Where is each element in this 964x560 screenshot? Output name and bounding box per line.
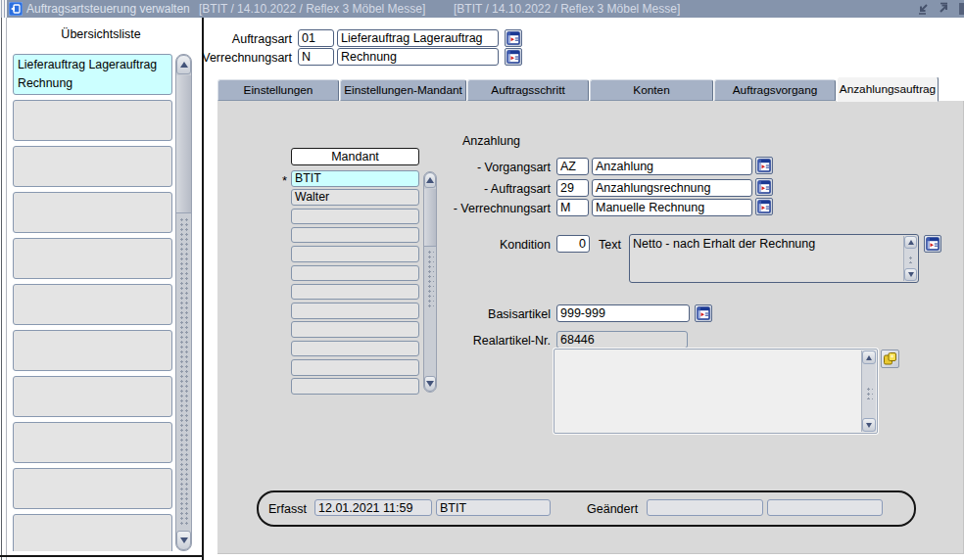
text-value: Netto - nach Erhalt der Rechnung <box>633 237 902 252</box>
basisartikel-lookup-button[interactable] <box>695 304 712 322</box>
mandant-row-5[interactable] <box>291 265 419 282</box>
geaendert-label: Geändert <box>587 502 638 516</box>
overview-item-8[interactable] <box>13 422 172 463</box>
geaendert-user-field <box>767 499 883 516</box>
overview-list-title: Übersichtsliste <box>10 27 192 41</box>
mandant-row-11[interactable] <box>291 378 419 395</box>
overview-item-10[interactable] <box>13 514 172 551</box>
vorgangsart-lookup-button[interactable] <box>755 157 773 174</box>
titlebar: Auftragsartsteuerung verwalten [BTIT / 1… <box>0 0 964 18</box>
scroll-up-button[interactable] <box>904 236 917 249</box>
mandant-row-4[interactable] <box>291 246 419 262</box>
mandant-row-0[interactable]: BTIT <box>291 170 419 187</box>
vorgangsart-label: - Vorgangsart <box>453 161 551 174</box>
scrollbar-thumb[interactable] <box>424 189 436 247</box>
mandant-row-10[interactable] <box>291 359 419 376</box>
mandant-row-2[interactable] <box>291 209 419 225</box>
auftragsart-label: Auftragsart <box>206 32 292 46</box>
session-info-right: [BTIT / 14.10.2022 / Reflex 3 Möbel Mess… <box>454 2 680 16</box>
overview-scrollbar[interactable] <box>175 54 192 551</box>
anzahlung-auftragsart-text-input[interactable]: Anzahlungsrechnung <box>592 179 752 197</box>
anzahlung-verrechnungsart-label: - Verrechnungsart <box>433 202 551 215</box>
scroll-up-button[interactable] <box>424 172 436 188</box>
auftragsart-lookup-button[interactable] <box>505 29 522 47</box>
overview-item-9[interactable] <box>13 468 172 509</box>
anzahlung-auftragsart-lookup-button[interactable] <box>755 178 773 196</box>
memo-textarea[interactable] <box>554 349 878 434</box>
auftragsart-text-input[interactable]: Lieferauftrag Lagerauftrag <box>337 29 499 47</box>
anzahlung-auftragsart-code-input[interactable]: 29 <box>556 179 589 197</box>
memo-scrollbar[interactable] <box>861 350 876 432</box>
tab-konten[interactable]: Konten <box>590 79 713 101</box>
text-textarea[interactable]: Netto - nach Erhalt der Rechnung <box>629 234 919 283</box>
restore-window-icon[interactable] <box>917 2 931 16</box>
basisartikel-label: Basisartikel <box>453 307 551 321</box>
mandant-row-8[interactable] <box>291 321 419 338</box>
selected-row-marker: * <box>282 173 287 188</box>
scrollbar-track[interactable] <box>907 255 914 263</box>
text-label: Text <box>599 238 621 252</box>
text-blocks-icon[interactable] <box>881 350 899 368</box>
overview-item-0[interactable]: Lieferauftrag Lagerauftrag Rechnung <box>13 54 172 95</box>
realartikel-input[interactable]: 68446 <box>556 331 688 349</box>
titlebar-grip <box>0 0 7 18</box>
text-scrollbar[interactable] <box>903 236 917 281</box>
session-info-left: [BTIT / 14.10.2022 / Reflex 3 Möbel Mess… <box>199 2 425 16</box>
geaendert-timestamp-field <box>647 499 763 516</box>
tab-einstellungen[interactable]: Einstellungen <box>217 79 339 101</box>
tab-auftragsvorgang[interactable]: Auftragsvorgang <box>714 79 836 101</box>
overview-item-1[interactable] <box>13 100 172 141</box>
mandant-column-header[interactable]: Mandant <box>291 148 419 165</box>
audit-group: Erfasst 12.01.2021 11:59 BTIT Geändert <box>257 490 916 527</box>
auftragsart-code-input[interactable]: 01 <box>298 29 334 47</box>
scrollbar-track[interactable] <box>865 386 873 399</box>
anzahlung-section-label: Anzahlung <box>462 134 520 148</box>
scroll-down-button[interactable] <box>862 418 876 432</box>
verrechnungsart-code-input[interactable]: N <box>298 48 334 66</box>
tab-einstellungen-mandant[interactable]: Einstellungen-Mandant <box>340 79 466 101</box>
overview-item-7[interactable] <box>13 376 172 417</box>
scrollbar-track[interactable] <box>426 249 434 309</box>
panel-divider <box>202 18 204 560</box>
tab-anzahlungsauftrag[interactable]: Anzahlungsauftrag <box>837 76 939 102</box>
verrechnungsart-label: Verrechnungsart <box>186 51 292 65</box>
window-control-partial-icon[interactable] <box>959 3 964 15</box>
kondition-input[interactable]: 0 <box>556 235 590 253</box>
overview-item-6[interactable] <box>13 330 172 371</box>
anzahlung-verrechnungsart-lookup-button[interactable] <box>755 198 773 215</box>
verrechnungsart-text-input[interactable]: Rechnung <box>337 48 499 66</box>
scroll-down-button[interactable] <box>904 268 917 281</box>
scroll-up-button[interactable] <box>862 350 876 364</box>
application-window: Auftragsartsteuerung verwalten [BTIT / 1… <box>0 0 964 560</box>
window-title: Auftragsartsteuerung verwalten <box>26 2 190 16</box>
overview-item-3[interactable] <box>13 192 172 233</box>
mandant-list: BTITWalter <box>291 170 419 397</box>
mandant-row-3[interactable] <box>291 227 419 244</box>
overview-item-4[interactable] <box>13 238 172 279</box>
verrechnungsart-lookup-button[interactable] <box>505 48 522 66</box>
scroll-down-button[interactable] <box>424 376 436 392</box>
vorgangsart-text-input[interactable]: Anzahlung <box>592 158 752 175</box>
anzahlung-verrechnungsart-text-input[interactable]: Manuelle Rechnung <box>592 199 752 216</box>
text-lookup-button[interactable] <box>924 235 941 253</box>
anzahlung-verrechnungsart-code-input[interactable]: M <box>556 199 589 216</box>
basisartikel-input[interactable]: 999-999 <box>556 304 690 322</box>
scrollbar-thumb[interactable] <box>176 75 191 213</box>
erfasst-user-field: BTIT <box>436 499 551 516</box>
mandant-row-9[interactable] <box>291 341 419 357</box>
kondition-label: Kondition <box>453 238 551 252</box>
vorgangsart-code-input[interactable]: AZ <box>556 158 589 175</box>
mandant-row-7[interactable] <box>291 303 419 319</box>
mandant-row-1[interactable]: Walter <box>291 189 419 206</box>
erfasst-timestamp-field: 12.01.2021 11:59 <box>314 499 432 516</box>
overview-item-2[interactable] <box>13 146 172 187</box>
maximize-window-icon[interactable] <box>937 2 950 16</box>
scroll-down-button[interactable] <box>176 531 191 550</box>
mandant-row-6[interactable] <box>291 284 419 301</box>
overview-item-5[interactable] <box>13 284 172 325</box>
window-frame-line-inner <box>6 18 7 560</box>
overview-list: Lieferauftrag Lagerauftrag Rechnung <box>13 54 175 551</box>
tab-auftragsschritt[interactable]: Auftragsschritt <box>467 79 589 101</box>
scrollbar-track[interactable] <box>178 216 189 527</box>
app-icon <box>9 2 23 16</box>
